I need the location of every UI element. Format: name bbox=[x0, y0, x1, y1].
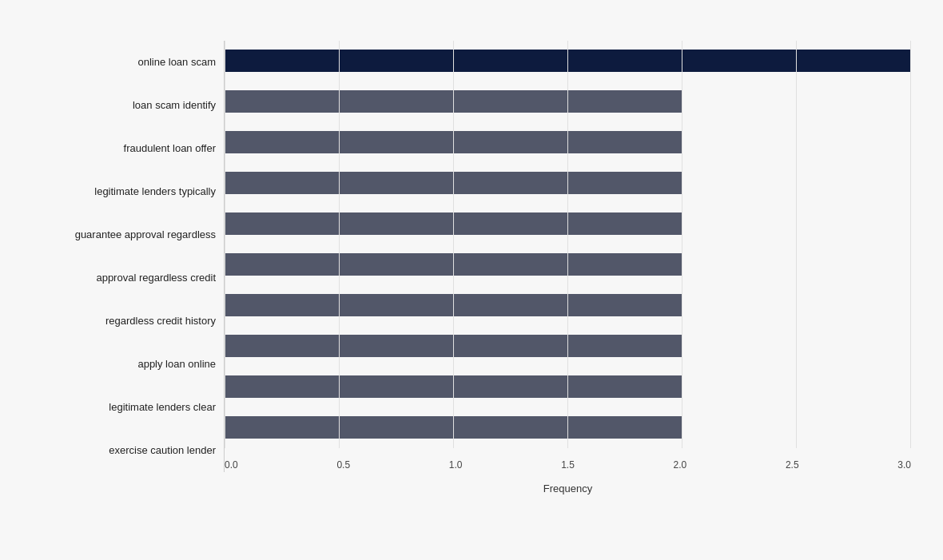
bar-row bbox=[225, 290, 911, 320]
y-label: apply loan online bbox=[137, 358, 216, 371]
y-label: loan scam identify bbox=[133, 99, 216, 112]
bar-row bbox=[225, 168, 911, 198]
bar-row bbox=[225, 412, 911, 443]
y-labels: online loan scamloan scam identifyfraudu… bbox=[32, 41, 224, 472]
bar-row bbox=[225, 86, 911, 117]
bar-row bbox=[225, 46, 911, 76]
y-label: legitimate lenders typically bbox=[94, 185, 216, 198]
y-label: online loan scam bbox=[137, 56, 216, 69]
bar bbox=[225, 253, 682, 276]
y-label: exercise caution lender bbox=[109, 444, 216, 457]
bar bbox=[225, 172, 682, 194]
bar bbox=[225, 131, 682, 153]
x-tick: 1.0 bbox=[449, 459, 463, 471]
x-ticks: 0.00.51.01.52.02.53.0 bbox=[225, 459, 911, 472]
chart-container: online loan scamloan scam identifyfraudu… bbox=[16, 9, 927, 552]
x-tick: 2.0 bbox=[674, 459, 687, 471]
bar bbox=[225, 335, 682, 357]
chart-area: online loan scamloan scam identifyfraudu… bbox=[32, 41, 911, 472]
y-label: guarantee approval regardless bbox=[75, 228, 216, 241]
bars-area: 0.00.51.01.52.02.53.0 Frequency bbox=[224, 41, 911, 472]
bar-row bbox=[225, 127, 911, 157]
x-axis-label: Frequency bbox=[543, 483, 592, 494]
y-label: legitimate lenders clear bbox=[109, 401, 216, 414]
x-tick: 0.5 bbox=[336, 459, 350, 471]
bar bbox=[225, 90, 682, 113]
bar-row bbox=[225, 371, 911, 402]
bar bbox=[225, 50, 911, 72]
x-axis: 0.00.51.01.52.02.53.0 bbox=[225, 448, 911, 472]
y-label: fraudulent loan offer bbox=[124, 142, 216, 155]
bar bbox=[225, 416, 682, 439]
y-label: approval regardless credit bbox=[96, 272, 216, 284]
x-tick: 2.5 bbox=[786, 459, 799, 471]
x-tick: 3.0 bbox=[897, 459, 911, 471]
x-tick: 1.5 bbox=[561, 459, 575, 471]
bar-row bbox=[225, 249, 911, 280]
x-tick: 0.0 bbox=[225, 459, 238, 471]
bar-row bbox=[225, 209, 911, 239]
bar bbox=[225, 294, 682, 316]
bar bbox=[225, 375, 682, 398]
bar-row bbox=[225, 331, 911, 361]
y-label: regardless credit history bbox=[105, 315, 216, 328]
bar bbox=[225, 212, 682, 235]
